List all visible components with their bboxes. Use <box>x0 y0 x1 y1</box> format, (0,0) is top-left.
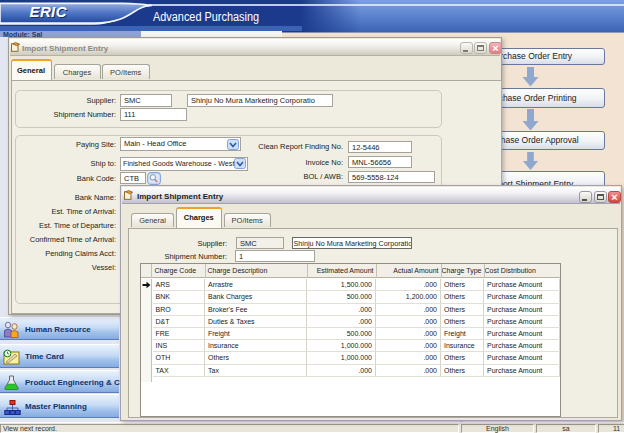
svg-text:Advanced Purchasing: Advanced Purchasing <box>153 10 259 24</box>
svg-text:ERIC: ERIC <box>30 3 68 20</box>
